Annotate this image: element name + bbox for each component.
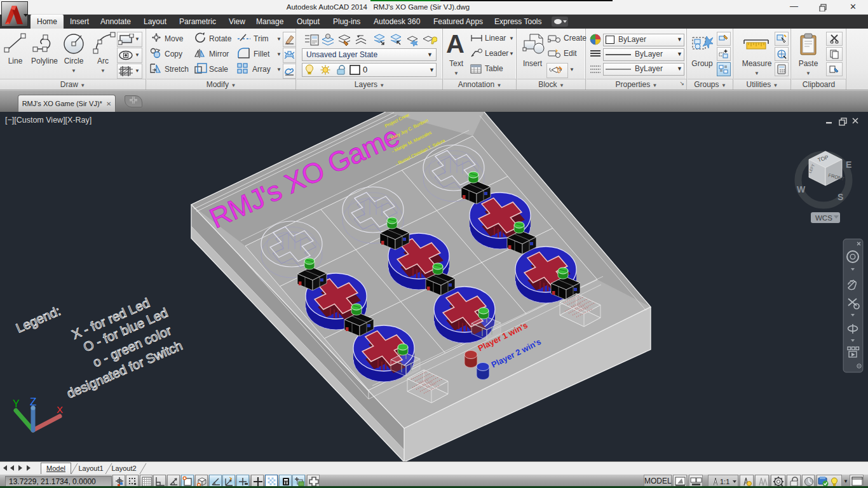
svg-text:W: W — [797, 184, 806, 194]
svg-text:[−][Custom View][X-Ray]: [−][Custom View][X-Ray] — [5, 116, 92, 125]
svg-text:X: X — [57, 404, 63, 415]
svg-text:E: E — [846, 159, 851, 170]
svg-text:Z: Z — [30, 396, 36, 408]
svg-text:Legend:: Legend: — [13, 303, 62, 336]
svg-text:WCS: WCS — [815, 214, 832, 222]
svg-text:S: S — [837, 192, 843, 202]
svg-text:1:1: 1:1 — [720, 478, 729, 485]
svg-text:Y: Y — [13, 398, 20, 409]
